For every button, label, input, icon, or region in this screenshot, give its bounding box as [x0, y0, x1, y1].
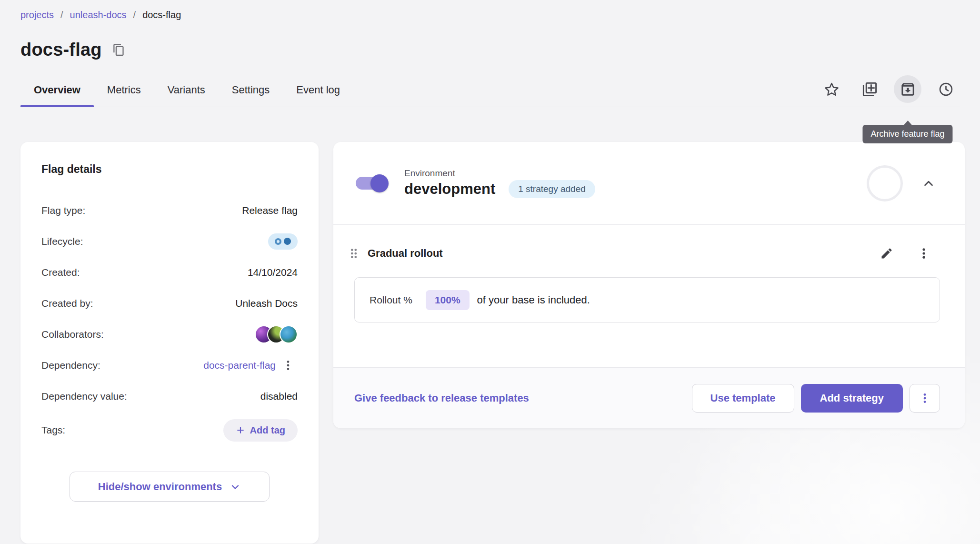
kebab-icon — [282, 359, 294, 372]
rollout-label: Rollout % — [370, 294, 412, 306]
environment-card: Environment development 1 strategy added… — [333, 142, 965, 428]
clock-icon — [938, 81, 954, 98]
flag-details-card: Flag details Flag type: Release flag Lif… — [20, 142, 319, 544]
environment-menu-button[interactable] — [910, 384, 940, 413]
kebab-icon — [919, 392, 931, 404]
archive-tooltip: Archive feature flag — [862, 125, 952, 143]
environment-name-row: development 1 strategy added — [404, 180, 595, 198]
duplicate-plus-icon — [861, 81, 878, 98]
dependency-label: Dependency: — [41, 360, 100, 371]
copy-name-button[interactable] — [112, 43, 125, 56]
tabs: Overview Metrics Variants Settings Event… — [20, 74, 353, 107]
lifecycle-stage-icon[interactable] — [268, 233, 298, 250]
lifecycle-dot-outline — [275, 238, 281, 245]
dependency-value-value: disabled — [260, 391, 298, 402]
flag-type-row: Flag type: Release flag — [41, 195, 298, 226]
favorite-button[interactable] — [818, 75, 845, 103]
tab-variants[interactable]: Variants — [154, 74, 219, 107]
collaborator-avatars — [255, 325, 298, 343]
metrics-ring — [867, 165, 903, 201]
tab-event-log[interactable]: Event log — [283, 74, 353, 107]
flag-details-rows: Flag type: Release flag Lifecycle: Creat… — [41, 195, 298, 449]
flag-type-value: Release flag — [242, 205, 298, 216]
title-row: docs-flag — [20, 40, 960, 60]
flag-details-title: Flag details — [41, 163, 298, 176]
strategy-header: Gradual rollout — [333, 243, 965, 264]
rollout-suffix: of your base is included. — [477, 294, 590, 306]
created-by-row: Created by: Unleash Docs — [41, 288, 298, 319]
hide-show-environments-button[interactable]: Hide/show environments — [70, 472, 270, 502]
plus-icon — [236, 425, 245, 435]
dependency-link[interactable]: docs-parent-flag — [203, 360, 276, 371]
strategy-menu-button[interactable] — [913, 243, 934, 264]
drag-handle[interactable] — [347, 246, 361, 261]
environment-header: Environment development 1 strategy added — [333, 142, 965, 225]
collapse-environment-button[interactable] — [917, 172, 940, 195]
dependency-value-group: docs-parent-flag — [203, 356, 298, 375]
breadcrumb-separator: / — [60, 10, 63, 20]
chevron-up-icon — [921, 176, 936, 191]
created-row: Created: 14/10/2024 — [41, 257, 298, 288]
environment-text: Environment development 1 strategy added — [404, 168, 595, 198]
tab-settings[interactable]: Settings — [219, 74, 283, 107]
flag-type-label: Flag type: — [41, 205, 85, 216]
hide-show-environments-label: Hide/show environments — [98, 481, 222, 493]
archive-button[interactable]: Archive feature flag — [894, 75, 921, 103]
strategy-actions — [876, 243, 934, 264]
collaborator-avatar — [280, 325, 298, 343]
page-title: docs-flag — [20, 40, 102, 60]
rollout-value-badge: 100% — [426, 290, 470, 310]
environment-name: development — [404, 181, 495, 198]
tags-row: Tags: Add tag — [41, 412, 298, 449]
dependency-row: Dependency: docs-parent-flag — [41, 350, 298, 381]
toggle-knob — [370, 174, 389, 192]
lifecycle-label: Lifecycle: — [41, 236, 83, 247]
footer-actions: Use template Add strategy — [692, 384, 940, 413]
lifecycle-dot-filled — [284, 238, 291, 245]
dependency-value-label: Dependency value: — [41, 391, 127, 402]
add-tag-button[interactable]: Add tag — [223, 419, 298, 442]
history-button[interactable] — [932, 75, 960, 103]
archive-icon — [900, 81, 916, 98]
breadcrumb-separator: / — [133, 10, 136, 20]
created-by-value: Unleash Docs — [235, 298, 298, 309]
chevron-down-icon — [230, 481, 241, 493]
lifecycle-row: Lifecycle: — [41, 226, 298, 257]
add-tag-label: Add tag — [250, 425, 285, 436]
tab-metrics[interactable]: Metrics — [94, 74, 154, 107]
copy-feature-button[interactable] — [856, 75, 883, 103]
created-value: 14/10/2024 — [248, 267, 298, 278]
collaborators-label: Collaborators: — [41, 329, 104, 340]
tags-label: Tags: — [41, 424, 65, 436]
rollout-summary: Rollout % 100% of your base is included. — [354, 277, 940, 322]
dependency-value-row: Dependency value: disabled — [41, 381, 298, 412]
add-strategy-button[interactable]: Add strategy — [801, 384, 903, 413]
strategy-title: Gradual rollout — [368, 247, 443, 260]
environment-toggle[interactable] — [356, 177, 387, 190]
tabs-bar: Overview Metrics Variants Settings Event… — [20, 74, 960, 107]
copy-icon — [112, 43, 125, 56]
strategy-count-badge: 1 strategy added — [509, 180, 595, 198]
use-template-button[interactable]: Use template — [692, 384, 794, 413]
edit-strategy-button[interactable] — [876, 243, 897, 264]
breadcrumb-current: docs-flag — [142, 10, 181, 20]
page-header: projects / unleash-docs / docs-flag docs… — [0, 0, 980, 107]
tab-overview[interactable]: Overview — [20, 74, 94, 107]
release-templates-feedback-link[interactable]: Give feedback to release templates — [354, 392, 529, 404]
breadcrumb: projects / unleash-docs / docs-flag — [20, 10, 960, 20]
environment-label: Environment — [404, 168, 595, 179]
collaborators-row: Collaborators: — [41, 319, 298, 350]
header-actions: Archive feature flag — [818, 75, 960, 106]
kebab-icon — [917, 247, 930, 260]
star-icon — [823, 81, 840, 98]
breadcrumb-projects[interactable]: projects — [20, 10, 54, 20]
pencil-icon — [880, 247, 893, 260]
breadcrumb-project[interactable]: unleash-docs — [70, 10, 127, 20]
dependency-menu-button[interactable] — [279, 356, 298, 375]
environment-footer: Give feedback to release templates Use t… — [333, 367, 965, 428]
created-by-label: Created by: — [41, 298, 93, 309]
created-label: Created: — [41, 267, 80, 278]
